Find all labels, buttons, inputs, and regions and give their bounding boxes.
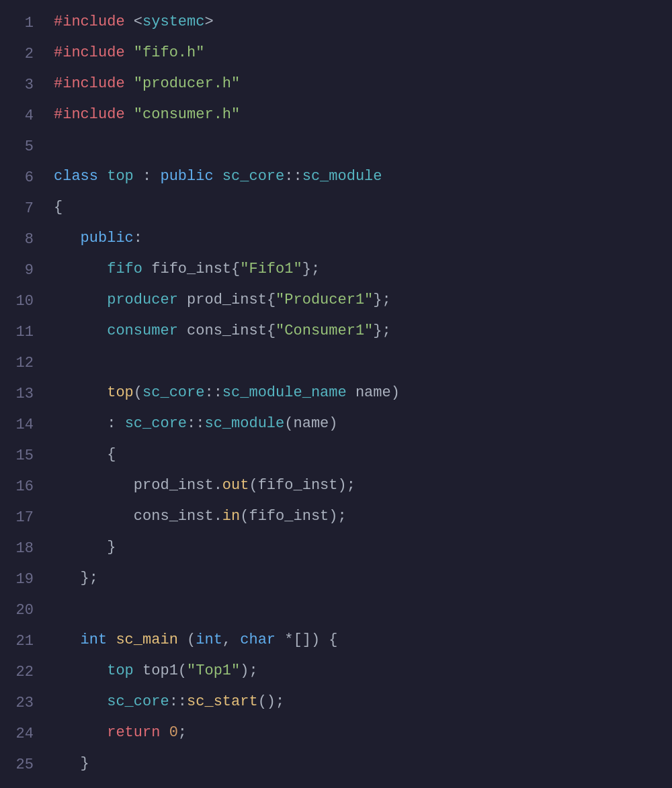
token — [347, 384, 355, 401]
line-number: 16 — [0, 472, 34, 502]
token: sc_main — [116, 631, 177, 648]
token: , — [222, 631, 240, 648]
line-number: 10 — [0, 286, 34, 317]
token: ); — [240, 662, 257, 679]
token — [54, 508, 134, 525]
token: :: — [169, 693, 187, 710]
code-line: int sc_main (int, char *[]) { — [54, 625, 672, 656]
token: #include — [54, 44, 125, 61]
token: "consumer.h" — [134, 106, 240, 123]
line-number: 13 — [0, 379, 34, 410]
line-number: 18 — [0, 533, 34, 564]
token — [178, 322, 187, 339]
token: } — [107, 539, 116, 556]
token: "Producer1" — [276, 292, 373, 308]
token: ( — [178, 631, 196, 648]
token: #include — [54, 13, 125, 30]
code-line: sc_core::sc_start(); — [54, 687, 672, 717]
line-number: 2 — [0, 39, 34, 70]
line-number-gutter: 1234567891011121314151617181920212223242… — [0, 7, 47, 781]
token: < — [134, 13, 142, 30]
code-line: producer prod_inst{"Producer1"}; — [54, 285, 672, 316]
token: { — [267, 292, 276, 308]
token: char — [240, 631, 276, 648]
token — [160, 724, 169, 741]
token: sc_module — [302, 168, 382, 185]
line-number: 20 — [0, 595, 34, 626]
code-line — [54, 347, 672, 378]
line-number: 5 — [0, 132, 34, 163]
token: sc_core — [125, 415, 187, 432]
token — [125, 75, 134, 92]
token: systemc — [142, 13, 204, 30]
token — [142, 261, 151, 277]
token: }; — [373, 292, 390, 308]
token: top1 — [142, 662, 178, 679]
token: { — [267, 322, 276, 339]
token: ) — [391, 384, 400, 401]
token: "Top1" — [187, 662, 240, 679]
token: class — [54, 168, 98, 185]
line-number: 8 — [0, 224, 34, 255]
token: :: — [284, 168, 302, 185]
code-line: { — [54, 439, 672, 470]
token: #include — [54, 75, 125, 92]
token: *[] — [276, 631, 311, 648]
line-number: 4 — [0, 101, 34, 132]
token: :: — [187, 415, 204, 432]
code-line: public: — [54, 223, 672, 254]
token: ( — [284, 415, 293, 432]
token: out — [222, 477, 249, 494]
token: #include — [54, 106, 125, 123]
code-line: #include <systemc> — [54, 7, 672, 38]
code-line: : sc_core::sc_module(name) — [54, 408, 672, 439]
token — [107, 631, 116, 648]
token: "producer.h" — [134, 75, 240, 92]
token: top — [107, 662, 134, 679]
token: ) — [329, 415, 337, 432]
token: }; — [302, 261, 320, 277]
token — [116, 415, 124, 432]
token: "Consumer1" — [276, 322, 373, 339]
token: fifo_inst — [258, 477, 338, 494]
token: sc_core — [142, 384, 204, 401]
token: }; — [373, 322, 390, 339]
token: : — [107, 415, 116, 432]
line-number: 22 — [0, 657, 34, 688]
line-number: 21 — [0, 626, 34, 657]
token: sc_core — [107, 693, 169, 710]
token: (); — [258, 693, 285, 710]
token — [54, 570, 81, 586]
line-number: 7 — [0, 193, 34, 224]
token: int — [196, 631, 222, 648]
token: public — [81, 230, 134, 247]
code-area: #include <systemc>#include "fifo.h"#incl… — [47, 7, 672, 781]
token: } — [81, 755, 89, 772]
token: { — [231, 261, 240, 277]
line-number: 19 — [0, 564, 34, 595]
code-line: } — [54, 748, 672, 779]
line-number: 12 — [0, 348, 34, 379]
token: in — [222, 508, 240, 525]
token — [178, 292, 187, 308]
code-line — [54, 594, 672, 625]
token: producer — [107, 292, 178, 308]
token: public — [160, 168, 213, 185]
token: ; — [178, 724, 187, 741]
code-line: prod_inst.out(fifo_inst); — [54, 470, 672, 501]
code-line: class top : public sc_core::sc_module — [54, 161, 672, 192]
token — [125, 44, 134, 61]
token: sc_start — [187, 693, 258, 710]
code-line: #include "fifo.h" — [54, 38, 672, 69]
line-number: 3 — [0, 70, 34, 101]
token: sc_module_name — [222, 384, 347, 401]
line-number: 6 — [0, 163, 34, 193]
token: prod_inst — [134, 477, 214, 494]
token — [151, 168, 160, 185]
token — [134, 168, 142, 185]
line-number: 1 — [0, 8, 34, 39]
token: "fifo.h" — [134, 44, 205, 61]
code-editor: 1234567891011121314151617181920212223242… — [0, 0, 672, 788]
token — [98, 168, 107, 185]
token — [214, 168, 222, 185]
